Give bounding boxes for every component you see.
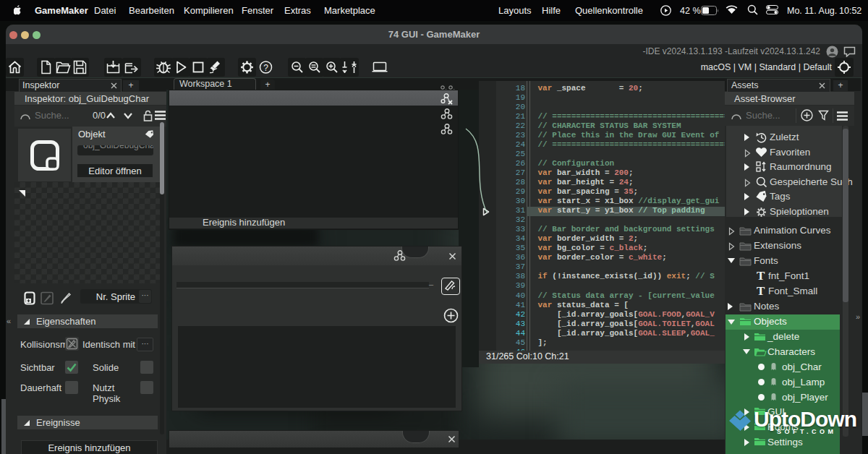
svg-text:?: ?	[263, 63, 268, 73]
